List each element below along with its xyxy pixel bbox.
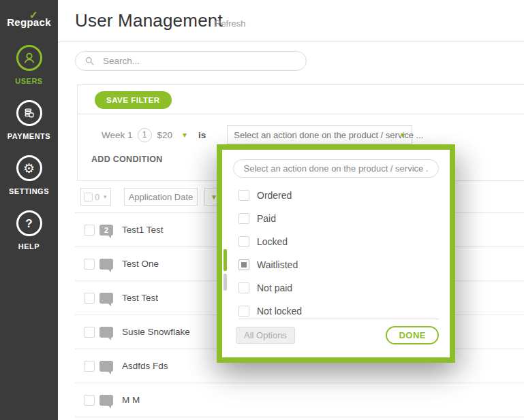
page-title: User Management [75, 10, 223, 31]
row-checkbox[interactable] [84, 327, 95, 338]
dropdown-options: Ordered Paid Locked Waitlisted Not paid [238, 184, 450, 323]
row-checkbox[interactable] [84, 395, 95, 406]
chat-bubble-icon[interactable] [99, 327, 113, 338]
coins-icon [16, 100, 42, 126]
option-checkbox[interactable] [238, 259, 249, 270]
regpack-logo: Regpack ✓ [0, 16, 58, 28]
chat-bubble-icon[interactable] [99, 259, 113, 270]
sort-field-select[interactable]: Application Date [124, 188, 198, 206]
chat-bubble-icon[interactable] [99, 395, 113, 406]
dropdown-header-pill: Select an action done on the product / s… [233, 159, 439, 178]
option-checkbox[interactable] [238, 282, 249, 293]
chevron-down-icon: ▼ [399, 131, 406, 139]
user-name[interactable]: M M [122, 395, 140, 405]
filter-condition: Week 1 1 $20 ▼ is Select an action done … [102, 125, 412, 145]
sidebar-label-settings: SETTINGS [0, 187, 58, 195]
option-checkbox[interactable] [238, 190, 249, 201]
done-button[interactable]: DONE [386, 326, 439, 344]
row-checkbox[interactable] [84, 259, 95, 270]
option-checkbox[interactable] [238, 236, 249, 247]
row-checkbox[interactable] [84, 293, 95, 304]
option-ordered[interactable]: Ordered [238, 184, 450, 207]
scrollbar-track-gray[interactable] [224, 274, 227, 291]
option-label: Not paid [257, 282, 292, 293]
logo-check-icon: ✓ [29, 9, 38, 21]
search-bar [75, 51, 307, 71]
action-dropdown-panel: Select an action done on the product / s… [217, 144, 455, 363]
dropdown-footer: All Options DONE [236, 326, 439, 344]
sidebar-label-payments: PAYMENTS [0, 132, 58, 140]
option-locked[interactable]: Locked [238, 230, 450, 253]
chat-bubble-icon[interactable] [99, 361, 113, 372]
user-name[interactable]: Asdfds Fds [122, 361, 168, 371]
user-name[interactable]: Test Test [122, 293, 158, 303]
question-icon: ? [16, 210, 42, 236]
option-label: Paid [257, 213, 276, 224]
condition-price-label: $20 [157, 130, 173, 140]
sidebar: Regpack ✓ USERS PAYMENTS [0, 0, 58, 420]
action-select[interactable]: Select an action done on the product / s… [227, 125, 412, 144]
selected-count: 0 [95, 192, 99, 202]
sidebar-item-settings[interactable]: ⚙ SETTINGS [0, 155, 58, 195]
condition-product-label[interactable]: Week 1 [102, 130, 133, 140]
row-checkbox[interactable] [84, 361, 95, 372]
sidebar-item-users[interactable]: USERS [0, 45, 58, 85]
refresh-link[interactable]: Refresh [215, 18, 246, 29]
sidebar-item-help[interactable]: ? HELP [0, 210, 58, 251]
add-condition-button[interactable]: ADD CONDITION [91, 155, 163, 164]
sidebar-label-help: HELP [0, 242, 58, 251]
search-icon [84, 56, 95, 66]
table-row[interactable]: M M [75, 383, 524, 417]
save-filter-row: SAVE FILTER [78, 85, 524, 114]
dropdown-footer-divider [238, 319, 439, 319]
option-label: Not locked [257, 306, 302, 317]
user-icon [16, 45, 42, 71]
user-name[interactable]: Test One [122, 259, 159, 269]
option-checkbox[interactable] [238, 213, 249, 224]
action-select-value: Select an action done on the product / s… [234, 130, 423, 140]
option-waitlisted[interactable]: Waitlisted [238, 253, 450, 276]
all-options-button[interactable]: All Options [236, 327, 295, 344]
select-all-control[interactable]: 0 ▼ [80, 188, 111, 206]
option-not-paid[interactable]: Not paid [238, 276, 450, 300]
row-checkbox[interactable] [84, 225, 95, 236]
user-name[interactable]: Test1 Test [122, 225, 164, 235]
option-label: Ordered [257, 190, 292, 201]
scrollbar-thumb-green[interactable] [224, 249, 227, 271]
option-label: Locked [257, 236, 288, 247]
option-checkbox[interactable] [238, 306, 249, 317]
search-input[interactable] [103, 56, 306, 66]
option-paid[interactable]: Paid [238, 207, 450, 230]
select-all-dropdown-icon: ▼ [102, 194, 108, 200]
sidebar-item-payments[interactable]: PAYMENTS [0, 100, 58, 140]
condition-operator-label: is [198, 130, 206, 140]
chat-bubble-icon[interactable] [99, 293, 113, 304]
app-root: Regpack ✓ USERS PAYMENTS [0, 0, 524, 420]
gear-icon: ⚙ [16, 155, 42, 181]
page-header: User Management Refresh [58, 0, 524, 42]
save-filter-button[interactable]: SAVE FILTER [95, 91, 172, 109]
user-name[interactable]: Susie Snowflake [122, 327, 190, 337]
condition-product-dropdown-icon[interactable]: ▼ [181, 131, 188, 139]
select-all-checkbox[interactable] [84, 193, 93, 201]
main-content: User Management Refresh SAVE FILTER Week… [58, 0, 524, 420]
option-label: Waitlisted [257, 259, 298, 270]
chat-bubble-icon[interactable]: 2 [99, 225, 113, 236]
condition-quantity-badge[interactable]: 1 [138, 128, 152, 142]
sidebar-label-users: USERS [0, 77, 58, 85]
